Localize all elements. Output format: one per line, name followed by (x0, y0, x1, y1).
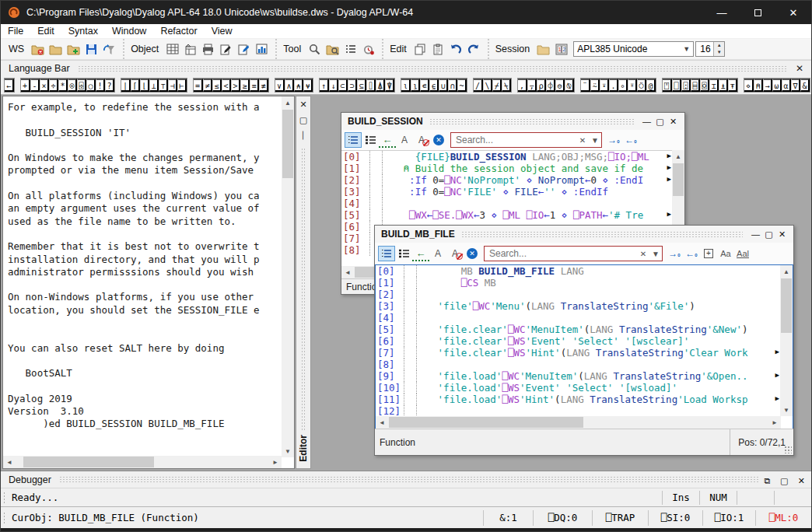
search-prev-icon[interactable]: ←ₒ (622, 132, 639, 148)
array-editor-icon[interactable] (163, 41, 181, 58)
apl-key[interactable]: ÷ (49, 79, 58, 92)
ws-export-icon[interactable] (100, 41, 118, 58)
code-line[interactable]: [0] {FILE}BUILD_SESSION LANG;OBJ;MSG;⎕IO… (341, 151, 673, 163)
breakpoint-gutter[interactable] (369, 151, 383, 163)
explorer-icon[interactable] (324, 41, 341, 58)
apl-key[interactable]: ⍉ (565, 79, 574, 92)
match-case-aa-icon[interactable]: Aa (717, 246, 734, 261)
apl-key[interactable]: ↑ (320, 79, 329, 92)
apl-key[interactable]: ⍒ (385, 79, 394, 92)
dock-maximize-icon[interactable]: ▢ (299, 112, 307, 128)
apl-key[interactable]: & (800, 79, 810, 92)
apl-key[interactable]: ⍸ (411, 79, 420, 92)
apl-key[interactable]: ⍱ (303, 79, 313, 92)
apl-key[interactable]: ⍝ (754, 79, 763, 92)
code-line[interactable]: [11] 'file.load'⎕WS'Hint'(LANG Translate… (376, 394, 781, 405)
breakpoint-gutter[interactable] (404, 359, 417, 370)
apl-key[interactable]: ⊤ (159, 79, 168, 92)
ws-clear-icon[interactable] (29, 41, 47, 58)
apl-key[interactable]: ⊣ (168, 79, 177, 92)
window-layout-icon[interactable]: 12 (552, 41, 570, 58)
apl-key[interactable]: ⊂ (338, 79, 348, 92)
session-hthumb[interactable] (23, 457, 154, 467)
menu-file[interactable]: File (1, 26, 30, 37)
line-numbers-icon[interactable] (378, 246, 395, 261)
apl-key[interactable]: @ (646, 79, 656, 92)
scroll-up-icon[interactable]: ▲ (672, 150, 684, 163)
code-line[interactable]: [5] 'file.clear'⎕WC'MenuItem'(LANG Trans… (376, 324, 781, 335)
comment-toggle-icon[interactable]: A (413, 132, 430, 148)
apl-key[interactable]: ⍕ (728, 79, 737, 92)
apl-key[interactable]: ○ (86, 79, 96, 92)
clear-stops-icon[interactable]: ✕ (430, 132, 447, 148)
resize-grip[interactable] (784, 446, 792, 453)
apl-key[interactable]: ⍋ (376, 79, 385, 92)
session-pane[interactable]: For example, to redefine the session wit… (2, 96, 295, 469)
menu-refactor[interactable]: Refactor (153, 26, 204, 37)
breakpoint-gutter[interactable] (369, 174, 383, 186)
event-viewer-icon[interactable] (359, 41, 377, 58)
expand-all-icon[interactable]: + (700, 246, 717, 261)
language-bar-close-icon[interactable]: ✕ (793, 63, 807, 74)
breakpoint-gutter[interactable] (369, 163, 383, 174)
apl-key[interactable]: ⌸ (691, 79, 700, 92)
debugger-restore-icon[interactable]: ⧉ (765, 476, 771, 485)
apl-key[interactable]: ⍳ (401, 79, 411, 92)
apl-key[interactable]: - (30, 79, 40, 92)
editor-minimize-icon[interactable]: — (749, 229, 762, 240)
clear-search-icon[interactable]: ✕ (576, 136, 589, 145)
apl-key[interactable]: ⍤ (628, 79, 637, 92)
apl-key[interactable]: ⌿ (492, 79, 502, 92)
apl-key[interactable]: ∇ (791, 79, 800, 92)
apl-key[interactable]: ⍥ (637, 79, 646, 92)
apl-key[interactable]: ⍷ (429, 79, 439, 92)
session-hscrollbar[interactable]: ◄ ► (3, 456, 282, 468)
search-dropdown-icon[interactable]: ▼ (649, 250, 662, 258)
go-back-icon[interactable]: ← (379, 132, 396, 148)
apl-key[interactable]: ≢ (259, 79, 268, 92)
apl-key[interactable]: ⌽ (546, 79, 555, 92)
apl-key[interactable]: ⌹ (77, 79, 86, 92)
apl-key[interactable]: . (609, 79, 618, 92)
breakpoint-gutter[interactable] (404, 405, 417, 416)
apl-key[interactable]: ⍀ (502, 79, 511, 92)
redo-icon[interactable] (465, 41, 483, 58)
code-line[interactable]: [7] 'file.clear'⎕WS'Hint'(LANG Translate… (376, 347, 781, 359)
function-lines-icon[interactable] (395, 246, 412, 261)
apl-key[interactable]: < (222, 79, 231, 92)
code-line[interactable]: [2] :If 0=⎕NC'NoPrompt' ⋄ NoPrompt←0 ⋄ :… (341, 174, 673, 186)
apl-key[interactable]: ∨ (275, 79, 285, 92)
search-next-icon[interactable]: →ₒ (666, 246, 683, 261)
breakpoint-gutter[interactable] (404, 289, 417, 300)
session-vthumb[interactable] (282, 110, 293, 178)
apl-key[interactable]: ⍠ (681, 79, 691, 92)
menu-view[interactable]: View (205, 26, 240, 37)
apl-key[interactable]: ← (5, 79, 14, 92)
menu-syntax[interactable]: Syntax (61, 26, 105, 37)
scroll-right-icon[interactable]: ► (269, 456, 282, 468)
code-line[interactable]: [2] (376, 289, 781, 300)
search-input[interactable] (485, 248, 637, 259)
build-mb-file-titlebar[interactable]: BUILD_MB_FILE — ▢ ✕ (375, 226, 793, 243)
scroll-left-icon[interactable]: ◄ (341, 266, 354, 278)
build-mb-file-code[interactable]: [0] MB BUILD_MB_FILE LANG[1] ⎕CS MB[2][3… (376, 265, 781, 416)
apl-key[interactable]: ? (105, 79, 114, 92)
apl-key[interactable]: / (474, 79, 483, 92)
session-open-icon[interactable] (534, 41, 552, 58)
apl-key[interactable]: ⍺ (782, 79, 791, 92)
apl-key[interactable]: ⍣ (600, 79, 609, 92)
dock-close-icon[interactable]: ✕ (299, 96, 306, 112)
code-line[interactable]: [4] (341, 198, 673, 209)
font-size-stepper[interactable]: 16 ▲▼ (695, 41, 725, 57)
mb-vthumb[interactable] (781, 278, 792, 333)
clear-stops-icon[interactable]: ✕ (464, 246, 481, 261)
apl-key[interactable]: ⌷ (366, 79, 376, 92)
editor-maximize-icon[interactable]: ▢ (762, 229, 775, 240)
bs-vthumb[interactable] (673, 163, 684, 196)
code-line[interactable]: [9] 'file.load'⎕WC'MenuItem'(LANG Transl… (376, 370, 781, 382)
scroll-up-icon[interactable]: ▲ (282, 96, 294, 109)
editor-minimize-icon[interactable]: — (640, 117, 653, 127)
breakpoint-gutter[interactable] (404, 370, 417, 382)
apl-key[interactable]: × (40, 79, 49, 92)
apl-key[interactable]: ≤ (212, 79, 222, 92)
